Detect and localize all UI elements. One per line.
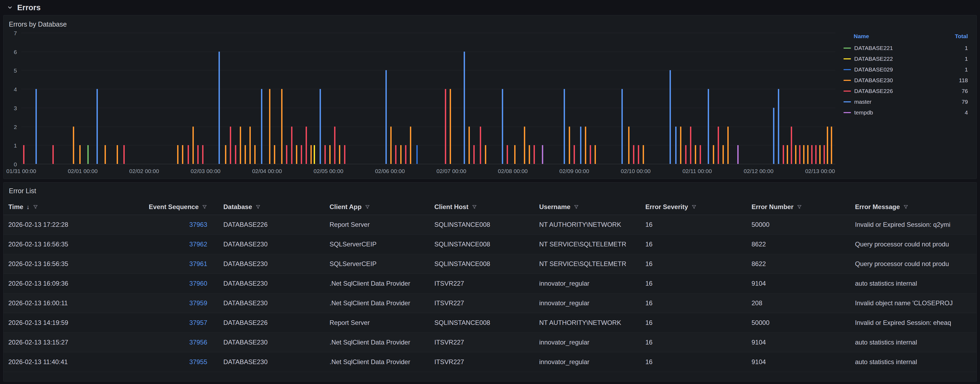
- chart-bar-DATABASE230: [643, 145, 644, 164]
- legend-header-total[interactable]: Total: [955, 33, 968, 40]
- chart-bar-master: [464, 52, 465, 164]
- chart-bar-DATABASE226: [690, 127, 691, 164]
- chart-bar-tempdb: [542, 145, 543, 164]
- chart-bar-DATABASE230: [819, 145, 821, 164]
- x-axis-label: 02/04 00:00: [252, 168, 282, 175]
- table-panel-title[interactable]: Error List: [3, 186, 977, 195]
- sort-desc-icon: ↓: [27, 203, 30, 211]
- cell-error_severity: 16: [641, 221, 747, 228]
- chart-plot-area: [21, 33, 835, 164]
- cell-client_app: .Net SqlClient Data Provider: [325, 299, 430, 307]
- chart-panel-title[interactable]: Errors by Database: [9, 20, 971, 29]
- chart-bar-DATABASE230: [400, 145, 402, 164]
- cell-error_number: 9104: [747, 280, 850, 287]
- errors-by-database-panel: Errors by Database 01234567 01/31 00:000…: [3, 15, 977, 179]
- chart-bar-master: [708, 89, 709, 164]
- legend-item[interactable]: DATABASE2221: [843, 54, 969, 64]
- column-header-error_number[interactable]: Error Number: [747, 203, 850, 211]
- legend-series-total: 1: [965, 45, 968, 51]
- legend-series-swatch: [843, 48, 851, 49]
- cell-username: NT AUTHORITY\NETWORK: [535, 319, 641, 327]
- cell-username: innovator_regular: [535, 339, 641, 346]
- x-axis-label: 02/10 00:00: [621, 168, 651, 175]
- section-header-errors[interactable]: Errors: [0, 0, 980, 15]
- event-sequence-link[interactable]: 37959: [189, 299, 207, 306]
- chart-bar-DATABASE230: [390, 127, 391, 164]
- column-header-error_severity[interactable]: Error Severity: [641, 203, 747, 211]
- filter-icon[interactable]: [797, 204, 802, 209]
- cell-client_host: ITSVR227: [430, 358, 535, 366]
- column-header-client_app[interactable]: Client App: [325, 203, 430, 211]
- cell-database: DATABASE230: [218, 299, 325, 307]
- cell-username: NT SERVICE\SQLTELEMETR: [535, 260, 641, 268]
- legend-item[interactable]: DATABASE0291: [843, 64, 969, 75]
- chart-bar-DATABASE226: [590, 145, 591, 164]
- chart-bar-DATABASE226: [23, 145, 24, 164]
- chart-bar-DATABASE226: [305, 127, 307, 164]
- event-sequence-link[interactable]: 37963: [189, 221, 207, 228]
- filter-icon[interactable]: [691, 204, 697, 209]
- filter-icon[interactable]: [903, 204, 908, 209]
- legend-series-swatch: [843, 112, 851, 113]
- event-sequence-link[interactable]: 37955: [189, 358, 207, 365]
- chart-bar-DATABASE029: [416, 145, 418, 164]
- legend-item[interactable]: master79: [843, 97, 969, 107]
- legend-header-name[interactable]: Name: [854, 33, 869, 40]
- cell-error_severity: 16: [641, 299, 747, 307]
- chart-bar-DATABASE230: [192, 127, 194, 164]
- column-header-client_host[interactable]: Client Host: [430, 203, 535, 211]
- legend-item[interactable]: tempdb4: [843, 107, 969, 118]
- event-sequence-link[interactable]: 37961: [189, 260, 207, 267]
- event-sequence-link[interactable]: 37957: [189, 319, 207, 326]
- column-header-username[interactable]: Username: [535, 203, 641, 211]
- chart-bar-DATABASE230: [296, 145, 297, 164]
- chart-bar-DATABASE230: [827, 127, 828, 164]
- legend-series-swatch: [843, 69, 851, 70]
- column-header-database[interactable]: Database: [218, 203, 325, 211]
- table-row: 2026-02-13 16:00:1137959DATABASE230.Net …: [3, 294, 977, 313]
- column-label: Username: [539, 203, 570, 211]
- chart-bar-DATABASE226: [783, 145, 784, 164]
- cell-error_message: auto statistics internal: [850, 339, 977, 346]
- column-header-error_message[interactable]: Error Message: [850, 203, 977, 211]
- filter-icon[interactable]: [472, 204, 477, 209]
- chart-bar-DATABASE226: [473, 145, 475, 164]
- chart-bar-master: [385, 70, 387, 164]
- legend-item[interactable]: DATABASE230118: [843, 75, 969, 86]
- filter-icon[interactable]: [202, 204, 207, 209]
- chart-bar-DATABASE222: [314, 145, 315, 164]
- filter-icon[interactable]: [255, 204, 261, 209]
- legend-item[interactable]: DATABASE22676: [843, 86, 969, 97]
- column-header-event_sequence[interactable]: Event Sequence: [139, 203, 218, 211]
- grid-line: [21, 108, 835, 108]
- event-sequence-link[interactable]: 37962: [189, 241, 207, 248]
- legend-series-total: 1: [965, 56, 968, 62]
- chart-bar-DATABASE226: [344, 145, 345, 164]
- cell-client_app: SQLServerCEIP: [325, 260, 430, 268]
- filter-icon[interactable]: [574, 204, 579, 209]
- filter-icon[interactable]: [33, 204, 38, 209]
- chart-bar-DATABASE230: [339, 145, 340, 164]
- chart-bar-DATABASE226: [480, 127, 481, 164]
- event-sequence-link[interactable]: 37960: [189, 280, 207, 287]
- column-header-time[interactable]: Time↓: [3, 203, 139, 211]
- chart-bar-DATABASE230: [254, 145, 256, 164]
- x-axis-label: 02/06 00:00: [375, 168, 405, 175]
- chart-bar-DATABASE226: [700, 145, 701, 164]
- filter-icon[interactable]: [365, 204, 370, 209]
- cell-database: DATABASE226: [218, 319, 325, 327]
- chart-body: 01234567 01/31 00:0002/01 00:0002/02 00:…: [9, 29, 971, 176]
- chart-bar-DATABASE230: [795, 145, 796, 164]
- chart-bar-master: [670, 70, 671, 164]
- table-row: 2026-02-13 13:15:2737956DATABASE230.Net …: [3, 333, 977, 352]
- cell-time: 2026-02-13 16:00:11: [3, 299, 139, 307]
- cell-username: innovator_regular: [535, 358, 641, 366]
- chart-bar-master: [564, 89, 565, 164]
- chart-bar-DATABASE226: [188, 145, 189, 164]
- grid-line: [21, 89, 835, 89]
- legend-item[interactable]: DATABASE2211: [843, 43, 969, 54]
- legend-body: DATABASE2211DATABASE2221DATABASE0291DATA…: [843, 43, 969, 118]
- event-sequence-link[interactable]: 37956: [189, 339, 207, 346]
- chart-bar-DATABASE230: [105, 145, 106, 164]
- y-axis-label: 4: [14, 87, 17, 92]
